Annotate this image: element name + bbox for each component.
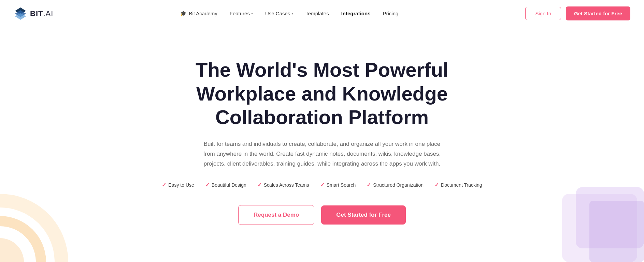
nav-item-features[interactable]: Features ▾ [230,11,253,16]
chevron-down-icon: ▾ [291,12,293,15]
checkmark-icon: ✓ [162,182,166,188]
svg-rect-8 [589,201,644,262]
checkmark-icon: ✓ [434,182,439,188]
logo-icon [14,7,27,20]
feature-document-tracking: ✓ Document Tracking [434,182,482,188]
graduation-cap-icon: 🎓 [180,11,187,17]
get-started-hero-button[interactable]: Get Started for Free [321,205,406,225]
svg-rect-7 [576,187,644,248]
nav-item-bit-academy[interactable]: 🎓 Bit Academy [180,11,217,17]
svg-point-3 [0,201,61,262]
hero-buttons: Request a Demo Get Started for Free [238,205,406,225]
main-nav: BIT.AI 🎓 Bit Academy Features ▾ Use Case… [0,0,644,27]
checkmark-icon: ✓ [320,182,325,188]
deco-left-shape [0,187,75,262]
features-list: ✓ Easy to Use ✓ Beautiful Design ✓ Scale… [162,182,482,188]
deco-right-shape [542,187,644,262]
svg-point-5 [0,238,24,262]
hero-subtitle: Built for teams and individuals to creat… [203,139,442,169]
feature-easy-to-use: ✓ Easy to Use [162,182,194,188]
feature-smart-search: ✓ Smart Search [320,182,356,188]
checkmark-icon: ✓ [205,182,210,188]
nav-item-integrations[interactable]: Integrations [341,11,371,16]
get-started-nav-button[interactable]: Get Started for Free [566,6,630,20]
checkmark-icon: ✓ [257,182,262,188]
nav-item-templates[interactable]: Templates [305,11,329,16]
feature-scales-across-teams: ✓ Scales Across Teams [257,182,309,188]
chevron-down-icon: ▾ [251,12,253,15]
checkmark-icon: ✓ [367,182,371,188]
feature-beautiful-design: ✓ Beautiful Design [205,182,246,188]
hero-title: The World's Most Powerful Workplace and … [169,58,476,129]
nav-actions: Sign In Get Started for Free [525,6,630,20]
svg-point-4 [0,221,41,262]
nav-links: 🎓 Bit Academy Features ▾ Use Cases ▾ Tem… [180,11,398,17]
logo-wordmark: BIT.AI [30,9,53,18]
nav-item-pricing[interactable]: Pricing [383,11,399,16]
signin-button[interactable]: Sign In [525,7,561,20]
nav-item-use-cases[interactable]: Use Cases ▾ [265,11,293,16]
svg-rect-6 [562,194,637,262]
logo[interactable]: BIT.AI [14,7,53,20]
request-demo-button[interactable]: Request a Demo [238,205,314,225]
hero-section: The World's Most Powerful Workplace and … [0,27,644,262]
feature-structured-organization: ✓ Structured Organization [367,182,424,188]
